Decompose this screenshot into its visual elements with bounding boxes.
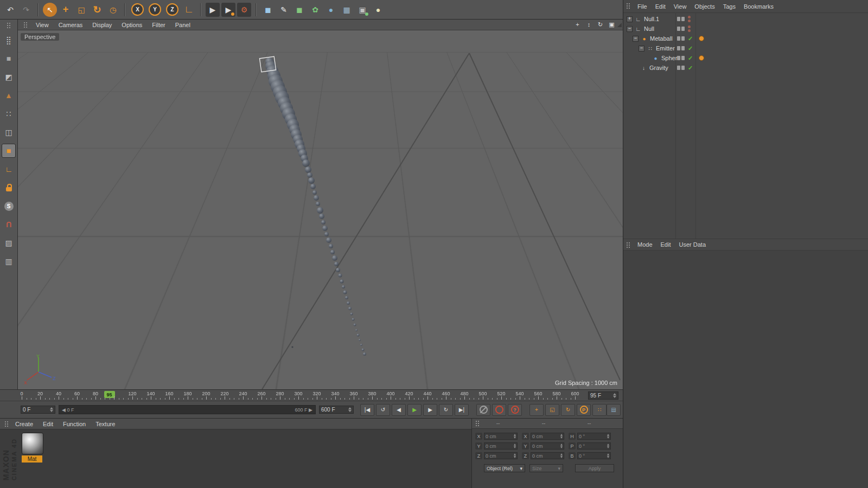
stepper[interactable] [560,444,563,448]
add-generator-button[interactable]: ◼ [292,3,307,17]
om-menu-file[interactable]: File [637,3,647,10]
enabled-check[interactable]: ✓ [688,55,693,62]
viewport-menu-filter[interactable]: Filter [152,22,165,28]
object-label[interactable]: Metaball [650,35,673,42]
viewport-menu-options[interactable]: Options [122,22,142,28]
object-label[interactable]: Null.1 [644,16,659,22]
stepper[interactable] [613,393,616,398]
viewport-corner-handle[interactable] [617,23,622,27]
preview-range-slider[interactable]: ◀ 0 F 600 F ▶ [59,405,316,414]
add-environment-button[interactable]: ● [324,3,338,17]
tree-expander[interactable]: − [639,46,644,52]
object-row-null1[interactable]: +∟Null.1 [623,14,868,24]
layer-toggles[interactable] [677,56,685,60]
visibility-dots[interactable] [688,16,691,22]
position-y-input[interactable]: 0 cm [484,442,518,450]
stepper[interactable] [560,434,563,439]
rotation-b-input[interactable]: 0 ° [577,452,611,459]
layer-toggles[interactable] [677,66,685,70]
record-rotation-button[interactable]: ↻ [561,404,575,416]
workplane-mode-button[interactable]: ▲ [2,88,16,102]
viewport-menu-panel[interactable]: Panel [175,22,190,28]
current-frame-input[interactable]: 95 F [588,391,618,400]
stepper[interactable] [514,453,516,458]
record-scale-button[interactable]: ◱ [545,404,559,416]
object-label[interactable]: Null [644,25,654,32]
object-row-null[interactable]: −∟Null [623,24,868,34]
object-row-sphere[interactable]: ●Sphere✓ [623,53,868,63]
om-menu-tags[interactable]: Tags [723,3,736,10]
pan-view-button[interactable]: + [574,21,581,28]
size-mode-dropdown[interactable]: Size▾ [529,464,563,472]
panel-grip[interactable] [626,242,631,248]
range-start-input[interactable]: 0 F [21,406,55,414]
panel-grip[interactable] [7,22,11,29]
next-key-button[interactable]: ↻ [439,404,453,416]
material-menu-create[interactable]: Create [15,421,33,427]
size-y-input[interactable]: 0 cm [531,442,564,450]
render-view-button[interactable]: ▶ [206,3,220,17]
object-label[interactable]: Emitter [656,45,675,52]
om-menu-view[interactable]: View [674,3,687,10]
object-row-gravity[interactable]: ↓Gravity✓ [623,63,868,73]
add-camera-button[interactable]: ▣ [355,3,369,17]
om-menu-edit[interactable]: Edit [655,3,666,10]
record-pla-button[interactable]: ∷ [592,404,607,416]
object-mode-dropdown[interactable]: Object (Rel)▾ [484,464,525,472]
enabled-check[interactable]: ✓ [688,35,693,42]
enabled-check[interactable]: ✓ [688,65,693,72]
layer-toggles[interactable] [677,36,685,41]
visibility-dots[interactable] [688,25,691,32]
lock-y-axis-button[interactable]: Y [149,3,161,16]
layer-toggles[interactable] [677,27,685,31]
soft-selection-button[interactable]: S [2,199,16,213]
redo-button[interactable]: ↷ [19,3,33,17]
tree-expander[interactable]: − [633,36,639,42]
tree-expander[interactable]: − [627,26,633,32]
viewport-menu-cameras[interactable]: Cameras [59,22,83,28]
texture-mode-button[interactable]: ◩ [2,70,16,84]
record-position-button[interactable]: + [529,404,544,416]
layer-toggles[interactable] [677,46,685,50]
goto-end-button[interactable]: ▶| [455,404,469,416]
viewport-menu-view[interactable]: View [36,22,49,28]
size-z-input[interactable]: 0 cm [531,452,564,459]
play-reverse-button[interactable]: ↺ [376,404,390,416]
rotation-p-input[interactable]: 0 ° [577,442,611,450]
attr-menu-mode[interactable]: Mode [637,241,653,248]
render-picture-viewer-button[interactable]: ▶ [221,3,235,17]
stepper[interactable] [50,407,53,412]
lock-x-axis-button[interactable]: X [131,3,144,16]
panel-grip[interactable] [475,420,480,427]
add-primitive-button[interactable]: ◼ [261,3,275,17]
uv-edit-button[interactable]: ▥ [2,254,16,268]
panel-grip[interactable] [626,3,631,9]
add-light-button[interactable]: ● [371,3,385,17]
point-mode-button[interactable]: ∷ [2,107,16,121]
move-tool[interactable]: + [59,3,73,17]
stepper[interactable] [607,444,609,448]
position-z-input[interactable]: 0 cm [484,452,518,459]
goto-start-button[interactable]: |◀ [360,404,374,416]
range-end-handle[interactable]: 600 F ▶ [295,407,312,413]
keyframe-selection-button[interactable]: ? [508,404,522,416]
rotation-h-input[interactable]: 0 ° [577,433,611,440]
add-deformer-button[interactable]: ✿ [308,3,322,17]
toggle-view-button[interactable]: ▣ [608,21,615,28]
stepper[interactable] [607,434,609,439]
attr-menu-user-data[interactable]: User Data [679,241,706,248]
previous-frame-button[interactable]: ◀ [392,404,406,416]
object-row-emitter[interactable]: −∷Emitter✓ [623,43,868,53]
timeline-ruler[interactable]: 95 95 F 02040608012014016018020022024026… [0,389,623,401]
material-menu-texture[interactable]: Texture [95,421,115,427]
last-used-tool[interactable]: ◷ [106,3,120,17]
model-mode-button[interactable]: ■ [2,52,16,66]
zoom-view-button[interactable]: ↕ [585,21,592,28]
live-selection-tool[interactable]: ↖ [43,3,57,17]
material-thumbnail[interactable] [22,433,43,454]
position-x-input[interactable]: 0 cm [484,433,518,440]
panel-grip[interactable] [4,421,9,427]
texture-paint-button[interactable]: ▨ [2,236,16,250]
record-parameter-button[interactable]: P [577,404,591,416]
rotate-view-button[interactable]: ↻ [597,21,604,28]
